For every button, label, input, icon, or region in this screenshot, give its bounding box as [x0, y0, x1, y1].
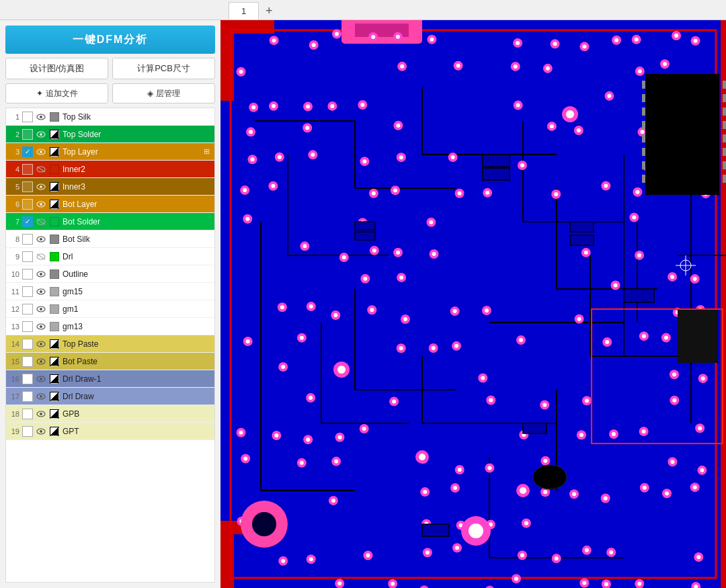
- layer-row[interactable]: 1Top Silk: [6, 108, 214, 126]
- layer-checkbox[interactable]: [22, 391, 33, 402]
- layer-visibility-icon[interactable]: [36, 374, 46, 384]
- layer-row[interactable]: 18GPB: [6, 405, 214, 423]
- layer-row[interactable]: 16Drl Draw-1: [6, 370, 214, 388]
- layer-row[interactable]: 15Bot Paste: [6, 353, 214, 370]
- layer-row[interactable]: 2Top Solder: [6, 126, 214, 143]
- layer-color-swatch: [50, 235, 59, 244]
- layer-checkbox[interactable]: ✓: [22, 216, 33, 227]
- layer-extra-icon[interactable]: ⊞: [200, 147, 213, 156]
- svg-point-3: [40, 133, 42, 136]
- layer-row[interactable]: 10Outline: [6, 265, 214, 283]
- layer-number: 6: [7, 200, 21, 208]
- layer-visibility-icon[interactable]: [36, 199, 46, 210]
- layer-visibility-icon[interactable]: [36, 129, 46, 140]
- layer-row[interactable]: 12gm1: [6, 300, 214, 318]
- layer-row[interactable]: 19GPT: [6, 423, 214, 440]
- layer-checkbox[interactable]: [22, 426, 33, 437]
- layer-row[interactable]: 4Inner2: [6, 161, 214, 178]
- layer-name-label: Bot Layer: [61, 200, 213, 209]
- layer-checkbox[interactable]: [22, 304, 33, 314]
- layer-row[interactable]: 9Drl: [6, 248, 214, 265]
- layer-visibility-icon[interactable]: [36, 269, 46, 280]
- layer-list: 1Top Silk2Top Solder3✓Top Layer⊞4Inner25…: [5, 108, 215, 583]
- layer-row[interactable]: 17Drl Draw: [6, 388, 214, 405]
- layer-checkbox[interactable]: [22, 129, 33, 140]
- layer-checkbox[interactable]: [22, 356, 33, 367]
- layer-name-label: Bot Silk: [61, 235, 213, 244]
- layer-visibility-icon[interactable]: [36, 409, 46, 419]
- layer-name-label: Top Layer: [61, 147, 200, 157]
- layer-visibility-icon[interactable]: [36, 112, 46, 122]
- layer-row[interactable]: 14Top Paste: [6, 335, 214, 353]
- layer-visibility-icon[interactable]: [36, 391, 46, 402]
- layer-checkbox[interactable]: [22, 251, 33, 262]
- layer-visibility-icon[interactable]: [36, 339, 46, 349]
- layer-name-label: gm15: [61, 287, 213, 296]
- pcb-canvas: [220, 20, 726, 588]
- layer-checkbox[interactable]: [22, 199, 33, 210]
- file-row: ✦ 追加文件 ◈ 层管理: [5, 83, 215, 103]
- layer-color-swatch: [50, 374, 59, 384]
- layer-visibility-icon[interactable]: [36, 216, 46, 227]
- layer-color-swatch: [50, 147, 59, 157]
- svg-point-33: [40, 395, 42, 398]
- layer-name-label: Drl Draw: [61, 392, 213, 401]
- layer-color-swatch: [50, 287, 59, 296]
- left-panel: 一键DFM分析 设计图/仿真图 计算PCB尺寸 ✦ 追加文件 ◈ 层管理 1To…: [0, 20, 220, 588]
- layer-checkbox[interactable]: [22, 181, 33, 192]
- layer-name-label: Top Paste: [61, 339, 213, 349]
- layer-color-swatch: [50, 322, 59, 331]
- layer-visibility-icon[interactable]: [36, 426, 46, 437]
- svg-point-27: [40, 343, 42, 345]
- layer-visibility-icon[interactable]: [36, 356, 46, 367]
- add-icon: ✦: [36, 89, 43, 98]
- layer-checkbox[interactable]: [22, 321, 33, 332]
- layer-color-swatch: [50, 112, 59, 122]
- pcb-size-button[interactable]: 计算PCB尺寸: [112, 58, 215, 79]
- layer-row[interactable]: 5Inner3: [6, 178, 214, 196]
- layer-number: 17: [7, 392, 21, 401]
- layer-checkbox[interactable]: ✓: [22, 146, 33, 157]
- layer-row[interactable]: 7✓Bot Solder: [6, 213, 214, 230]
- svg-point-31: [40, 378, 42, 380]
- layer-visibility-icon[interactable]: [36, 286, 46, 297]
- layer-number: 2: [7, 130, 21, 138]
- layer-visibility-icon[interactable]: [36, 146, 46, 157]
- layer-number: 7: [7, 218, 21, 226]
- tab-1[interactable]: 1: [229, 2, 259, 19]
- layer-color-swatch: [50, 304, 59, 314]
- layer-checkbox[interactable]: [22, 409, 33, 419]
- design-view-button[interactable]: 设计图/仿真图: [5, 58, 108, 79]
- layer-mgmt-button[interactable]: ◈ 层管理: [112, 83, 215, 103]
- layer-number: 19: [7, 427, 21, 435]
- add-file-button[interactable]: ✦ 追加文件: [5, 83, 108, 103]
- layer-checkbox[interactable]: [22, 269, 33, 280]
- dfm-analysis-button[interactable]: 一键DFM分析: [5, 26, 215, 54]
- layer-color-swatch: [50, 252, 59, 261]
- layer-checkbox[interactable]: [22, 286, 33, 297]
- layer-name-label: gm1: [61, 304, 213, 314]
- layer-visibility-icon[interactable]: [36, 181, 46, 192]
- layer-number: 18: [7, 410, 21, 418]
- layer-row[interactable]: 11gm15: [6, 283, 214, 300]
- layer-visibility-icon[interactable]: [36, 164, 46, 175]
- layer-row[interactable]: 3✓Top Layer⊞: [6, 143, 214, 161]
- layer-checkbox[interactable]: [22, 339, 33, 349]
- layer-row[interactable]: 6Bot Layer: [6, 196, 214, 213]
- layer-visibility-icon[interactable]: [36, 304, 46, 314]
- layer-visibility-icon[interactable]: [36, 321, 46, 332]
- layer-checkbox[interactable]: [22, 374, 33, 384]
- svg-point-37: [40, 430, 42, 433]
- add-file-label: 追加文件: [46, 88, 78, 99]
- layer-color-swatch: [50, 339, 59, 349]
- layer-checkbox[interactable]: [22, 234, 33, 245]
- layer-color-swatch: [50, 200, 59, 209]
- layer-row[interactable]: 8Bot Silk: [6, 230, 214, 248]
- layer-visibility-icon[interactable]: [36, 234, 46, 245]
- layer-row[interactable]: 13gm13: [6, 318, 214, 335]
- layer-visibility-icon[interactable]: [36, 251, 46, 262]
- tab-add-button[interactable]: +: [259, 2, 279, 19]
- svg-point-29: [40, 360, 42, 363]
- layer-checkbox[interactable]: [22, 164, 33, 175]
- layer-checkbox[interactable]: [22, 112, 33, 122]
